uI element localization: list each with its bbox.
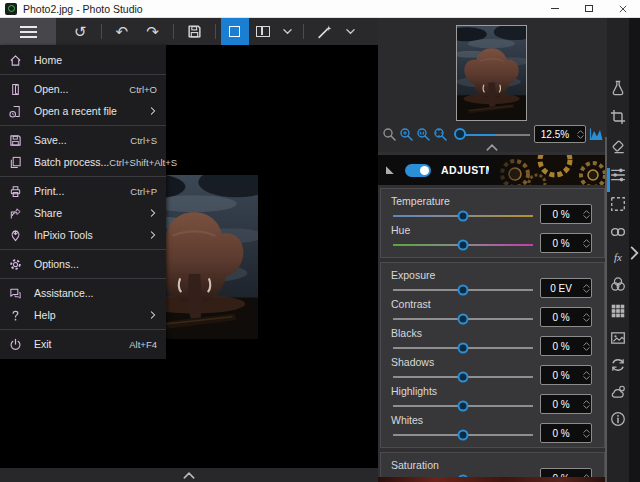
frame-icon[interactable] — [610, 330, 626, 346]
spinner-up-icon[interactable] — [577, 130, 584, 134]
blacks-slider-handle[interactable] — [458, 343, 469, 354]
adjust-sliders-icon[interactable] — [610, 167, 626, 183]
batch-process-icon — [9, 156, 22, 169]
hue-slider-track[interactable] — [393, 244, 533, 246]
shadows-value-input[interactable]: 0 % — [540, 365, 592, 385]
spinner-down-icon[interactable] — [583, 318, 590, 322]
temperature-slider-track[interactable] — [393, 215, 533, 217]
chevron-up-icon[interactable] — [486, 144, 498, 151]
zoom-fit-icon[interactable] — [433, 127, 448, 142]
temperature-slider-handle[interactable] — [458, 211, 469, 222]
menu-item-open[interactable]: Open...Ctrl+O — [0, 78, 166, 100]
zoom-100-icon[interactable] — [416, 127, 431, 142]
panel-scrollbar[interactable] — [605, 137, 607, 482]
histogram-icon[interactable] — [589, 127, 604, 142]
shadows-slider-track[interactable] — [393, 376, 533, 378]
chevron-down-icon[interactable] — [346, 27, 355, 36]
menu-item-exit[interactable]: ExitAlt+F4 — [0, 333, 166, 355]
menu-item-home[interactable]: Home — [0, 49, 166, 71]
whites-value-input[interactable]: 0 % — [540, 423, 592, 443]
zoom-slider-handle[interactable] — [454, 128, 466, 140]
fx-icon[interactable]: fx — [610, 249, 626, 265]
whites-slider-handle[interactable] — [458, 430, 469, 441]
info-icon[interactable] — [610, 411, 626, 427]
collage-icon[interactable] — [610, 303, 626, 319]
menu-item-assistance[interactable]: Assistance... — [0, 282, 166, 304]
contrast-slider-handle[interactable] — [458, 314, 469, 325]
menu-item-batch-process[interactable]: Batch process...Ctrl+Shift+Alt+S — [0, 151, 166, 173]
blacks-value: 0 % — [541, 341, 581, 352]
menu-item-open-a-recent-file[interactable]: Open a recent file — [0, 100, 166, 122]
spinner-down-icon[interactable] — [583, 376, 590, 380]
shadows-slider-handle[interactable] — [458, 372, 469, 383]
chevron-up-icon[interactable] — [183, 472, 195, 479]
magic-wand-icon[interactable] — [317, 24, 332, 39]
next-section-strip[interactable] — [378, 477, 607, 482]
hue-slider-handle[interactable] — [458, 240, 469, 251]
undo-icon[interactable]: ↶ — [107, 18, 138, 45]
collapse-triangle-icon[interactable] — [386, 166, 394, 174]
highlights-slider-track[interactable] — [393, 405, 533, 407]
spinner-up-icon[interactable] — [583, 239, 590, 243]
menu-item-help[interactable]: Help — [0, 304, 166, 326]
color-wheels-icon[interactable] — [610, 276, 626, 292]
exposure-slider-track[interactable] — [393, 289, 533, 291]
spinner-up-icon[interactable] — [583, 284, 590, 288]
link-icon[interactable] — [610, 224, 626, 240]
spinner-down-icon[interactable] — [583, 289, 590, 293]
maximize-button[interactable] — [572, 0, 606, 17]
split-view-button[interactable] — [249, 18, 277, 45]
bottom-panel-bar[interactable] — [0, 468, 378, 482]
selection-icon[interactable] — [610, 196, 626, 212]
reset-icon[interactable]: ↺ — [65, 18, 96, 45]
menu-item-share[interactable]: Share — [0, 202, 166, 224]
spinner-up-icon[interactable] — [583, 210, 590, 214]
panel-expand-chevron[interactable] — [630, 246, 639, 260]
spinner-down-icon[interactable] — [583, 244, 590, 248]
menu-item-options[interactable]: Options... — [0, 253, 166, 275]
zoom-in-icon[interactable] — [399, 127, 414, 142]
exposure-value-input[interactable]: 0 EV — [540, 278, 592, 298]
blacks-slider-track[interactable] — [393, 347, 533, 349]
minimize-button[interactable] — [538, 0, 572, 17]
redo-icon[interactable]: ↷ — [137, 18, 168, 45]
contrast-value-input[interactable]: 0 % — [540, 307, 592, 327]
menu-item-inpixio-tools[interactable]: InPixio Tools — [0, 224, 166, 246]
preview-thumbnail[interactable] — [456, 25, 527, 121]
spinner-down-icon[interactable] — [577, 135, 584, 139]
contrast-slider-track[interactable] — [393, 318, 533, 320]
spinner-down-icon[interactable] — [583, 434, 590, 438]
close-button[interactable] — [606, 0, 640, 17]
spinner-up-icon[interactable] — [583, 400, 590, 404]
spinner-down-icon[interactable] — [583, 347, 590, 351]
highlights-slider-handle[interactable] — [458, 401, 469, 412]
hue-value-input[interactable]: 0 % — [540, 233, 592, 253]
whites-slider-track[interactable] — [393, 434, 533, 436]
hamburger-menu-button[interactable] — [0, 18, 56, 45]
spinner-up-icon[interactable] — [583, 313, 590, 317]
spinner-down-icon[interactable] — [583, 215, 590, 219]
adjustments-header[interactable]: ADJUSTMENTS — [378, 155, 607, 185]
flask-icon[interactable] — [610, 80, 626, 96]
rotate-icon[interactable] — [610, 357, 626, 373]
temperature-value-input[interactable]: 0 % — [540, 204, 592, 224]
spinner-up-icon[interactable] — [583, 371, 590, 375]
blacks-value-input[interactable]: 0 % — [540, 336, 592, 356]
highlights-value-input[interactable]: 0 % — [540, 394, 592, 414]
menu-item-save[interactable]: Save...Ctrl+S — [0, 129, 166, 151]
zoom-value-input[interactable]: 12.5% — [534, 125, 586, 143]
spinner-up-icon[interactable] — [583, 429, 590, 433]
crop-icon[interactable] — [610, 109, 626, 125]
single-view-button[interactable] — [221, 18, 249, 45]
eraser-icon[interactable] — [610, 138, 626, 154]
save-icon[interactable] — [187, 24, 202, 39]
chevron-down-icon[interactable] — [283, 27, 292, 36]
adjustments-toggle[interactable] — [405, 164, 431, 177]
menu-item-label: InPixio Tools — [34, 229, 149, 241]
menu-item-print[interactable]: Print...Ctrl+P — [0, 180, 166, 202]
spinner-up-icon[interactable] — [583, 342, 590, 346]
sky-icon[interactable] — [610, 384, 626, 400]
spinner-down-icon[interactable] — [583, 405, 590, 409]
exposure-slider-handle[interactable] — [458, 285, 469, 296]
zoom-slider[interactable] — [454, 127, 530, 141]
